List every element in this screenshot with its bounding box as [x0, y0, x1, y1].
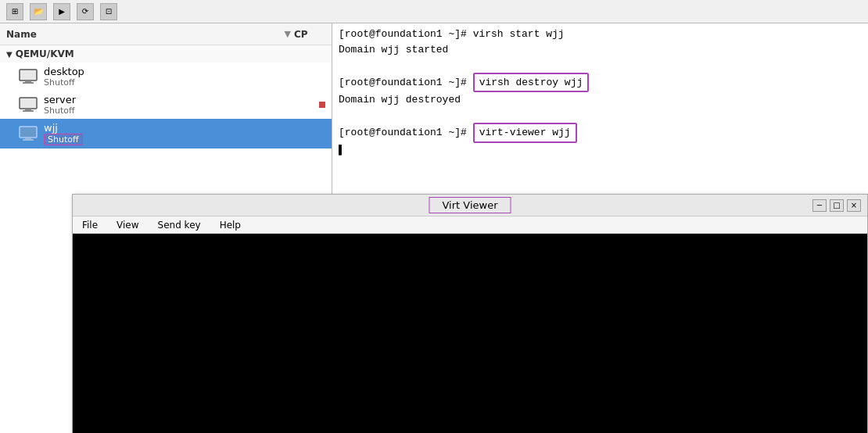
menu-view[interactable]: View — [113, 220, 142, 231]
vm-desktop-info: desktop Shutoff — [44, 66, 84, 88]
header-cp-label: CP — [294, 29, 325, 40]
menu-help[interactable]: Help — [217, 220, 244, 231]
list-header: Name ▼ CP — [0, 23, 332, 45]
terminal-line-7: [root@foundation1 ~]# virt-viewer wjj — [339, 123, 862, 143]
group-arrow-icon: ▼ — [6, 50, 13, 59]
group-label: QEMU/KVM — [16, 48, 74, 59]
terminal-line-2: Domain wjj started — [339, 42, 862, 58]
vm-wjj-name: wjj — [44, 122, 83, 134]
vm-server-info: server Shutoff — [44, 94, 76, 116]
toolbar-icon-open[interactable]: 📂 — [30, 3, 47, 20]
svg-rect-0 — [20, 70, 37, 81]
terminal-line-3 — [339, 57, 862, 73]
svg-rect-6 — [20, 127, 37, 138]
top-toolbar: ⊞ 📂 ▶ ⟳ ⊡ — [0, 0, 868, 23]
svg-rect-4 — [25, 109, 31, 110]
vm-item-desktop[interactable]: desktop Shutoff — [0, 63, 332, 91]
vm-desktop-icon — [19, 69, 38, 84]
main-area: Name ▼ CP ▼ QEMU/KVM desktop Shutoff — [0, 23, 868, 433]
server-indicator — [319, 102, 325, 108]
terminal-text-5: Domain wjj destroyed — [339, 92, 461, 108]
virt-viewer-title-box: Virt Viewer — [429, 197, 511, 213]
maximize-button[interactable]: □ — [830, 199, 844, 212]
close-button[interactable]: × — [847, 199, 861, 212]
virt-viewer-title: Virt Viewer — [443, 199, 498, 211]
terminal-text-2: Domain wjj started — [339, 42, 448, 58]
terminal-prompt-3: [root@foundation1 ~]# — [339, 125, 473, 141]
svg-rect-8 — [23, 139, 34, 141]
vm-desktop-status: Shutoff — [44, 77, 84, 88]
menu-sendkey[interactable]: Send key — [155, 220, 204, 231]
terminal-text-1: [root@foundation1 ~]# virsh start wjj — [339, 27, 565, 42]
terminal-line-5: Domain wjj destroyed — [339, 92, 862, 108]
virt-viewer-titlebar: Virt Viewer − □ × — [73, 195, 867, 216]
svg-rect-5 — [23, 110, 34, 112]
vm-server-status: Shutoff — [44, 106, 76, 116]
terminal-cursor: ▌ — [339, 143, 345, 159]
virt-viewer-title-center: Virt Viewer — [429, 197, 511, 213]
virt-viewer-display — [73, 234, 867, 433]
svg-rect-1 — [25, 81, 31, 82]
terminal-prompt-2: [root@foundation1 ~]# — [339, 75, 473, 91]
vm-wjj-icon — [19, 126, 38, 141]
svg-rect-7 — [25, 138, 31, 139]
terminal-cmd-viewer: virt-viewer wjj — [473, 123, 577, 143]
toolbar-icon-4[interactable]: ⟳ — [77, 3, 94, 20]
terminal-line-4: [root@foundation1 ~]# virsh destroy wjj — [339, 73, 862, 93]
window-controls: − □ × — [812, 199, 861, 212]
toolbar-icon-5[interactable]: ⊡ — [100, 3, 117, 20]
vm-desktop-name: desktop — [44, 66, 84, 77]
virt-viewer-menubar: File View Send key Help — [73, 216, 867, 234]
vm-server-name: server — [44, 94, 76, 106]
svg-rect-2 — [23, 82, 34, 84]
virt-viewer-window: Virt Viewer − □ × File View Send key Hel… — [72, 194, 868, 433]
terminal-cmd-destroy: virsh destroy wjj — [473, 73, 590, 93]
vm-wjj-info: wjj Shutoff — [44, 122, 83, 145]
terminal-line-6 — [339, 108, 862, 123]
minimize-button[interactable]: − — [812, 199, 827, 212]
vm-group-qemu: ▼ QEMU/KVM — [0, 45, 332, 63]
terminal-line-1: [root@foundation1 ~]# virsh start wjj — [339, 27, 862, 42]
vm-item-server[interactable]: server Shutoff — [0, 91, 332, 119]
header-name-label: Name — [6, 29, 285, 40]
vm-wjj-status-badge: Shutoff — [44, 134, 83, 145]
toolbar-icon-1[interactable]: ⊞ — [6, 3, 23, 20]
terminal-line-8: ▌ — [339, 143, 862, 159]
toolbar-icon-play[interactable]: ▶ — [53, 3, 70, 20]
menu-file[interactable]: File — [79, 220, 101, 231]
vm-item-wjj[interactable]: wjj Shutoff — [0, 119, 332, 149]
vm-server-icon — [19, 97, 38, 113]
svg-rect-3 — [20, 98, 37, 109]
